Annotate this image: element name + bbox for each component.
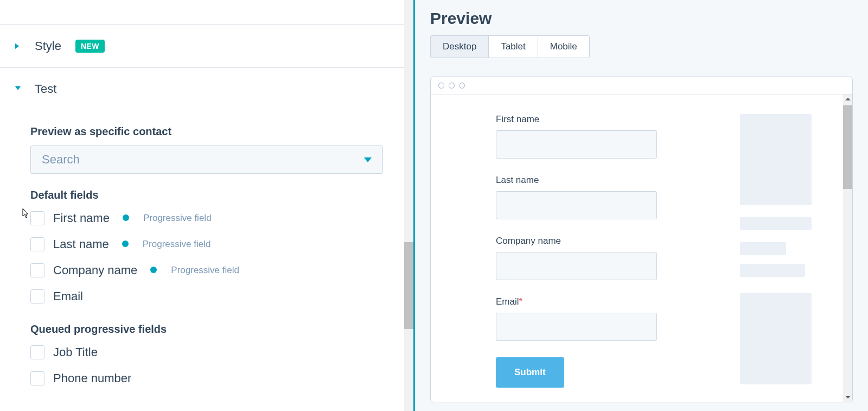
form-area: First name Last name Company name Email*…	[496, 114, 697, 402]
default-fields-heading: Default fields	[30, 189, 383, 201]
checkbox-last-name[interactable]	[30, 237, 44, 251]
search-placeholder-text: Search	[42, 153, 80, 167]
progressive-dot-icon	[123, 214, 129, 221]
progressive-dot-icon	[150, 267, 157, 273]
input-company-name[interactable]	[496, 252, 657, 280]
dropdown-caret-icon	[364, 157, 372, 162]
chevron-down-icon	[15, 86, 21, 92]
field-label: Phone number	[53, 371, 133, 385]
form-label-email: Email*	[496, 296, 697, 307]
tab-tablet[interactable]: Tablet	[488, 35, 538, 58]
placeholder-line	[740, 217, 812, 230]
test-content: Preview as specific contact Search Defau…	[0, 125, 413, 407]
progressive-dot-icon	[122, 241, 129, 247]
placeholder-line	[740, 242, 786, 255]
browser-dot-icon	[449, 83, 455, 88]
field-label: First name	[53, 211, 112, 225]
test-label: Test	[35, 82, 56, 96]
tab-mobile[interactable]: Mobile	[538, 35, 590, 58]
field-row-company-name: Company name Progressive field	[30, 263, 383, 277]
field-label: Job Title	[53, 345, 100, 359]
field-row-phone-number: Phone number	[30, 371, 383, 385]
checkbox-first-name[interactable]	[30, 211, 44, 225]
left-scrollbar-thumb[interactable]	[404, 242, 413, 329]
accordion-divider	[0, 0, 413, 25]
preview-title: Preview	[430, 9, 853, 28]
field-label: Company name	[53, 263, 139, 277]
queued-fields-heading: Queued progressive fields	[30, 323, 383, 336]
form-label-last-name: Last name	[496, 175, 697, 186]
form-label-company-name: Company name	[496, 236, 697, 246]
checkbox-phone-number[interactable]	[30, 371, 44, 385]
new-badge: NEW	[75, 40, 105, 53]
checkbox-company-name[interactable]	[30, 263, 44, 277]
placeholder-line	[740, 264, 805, 277]
browser-frame: First name Last name Company name Email*…	[430, 77, 853, 402]
preview-panel: Preview Desktop Tablet Mobile First name	[413, 0, 868, 411]
form-field-company-name: Company name	[496, 236, 697, 280]
field-label: Email	[53, 289, 85, 303]
accordion-style[interactable]: Style NEW	[0, 25, 413, 68]
placeholder-image	[740, 114, 812, 205]
chevron-right-icon	[15, 43, 21, 49]
content-placeholders	[740, 114, 812, 402]
browser-dot-icon	[459, 83, 465, 88]
style-label: Style	[35, 39, 61, 53]
scroll-up-icon[interactable]	[843, 94, 852, 104]
field-label: Last name	[53, 237, 111, 251]
form-field-last-name: Last name	[496, 175, 697, 219]
browser-dot-icon	[438, 83, 444, 88]
form-label-first-name: First name	[496, 114, 697, 125]
left-scrollbar-track[interactable]	[404, 0, 413, 411]
submit-button[interactable]: Submit	[496, 357, 564, 388]
preview-body: First name Last name Company name Email*…	[431, 94, 852, 402]
scroll-down-icon[interactable]	[843, 393, 852, 402]
progressive-text: Progressive field	[171, 265, 239, 276]
field-row-first-name: First name Progressive field	[30, 211, 383, 225]
input-email[interactable]	[496, 313, 657, 341]
input-first-name[interactable]	[496, 130, 657, 159]
placeholder-image	[740, 293, 812, 384]
accordion-test[interactable]: Test	[0, 68, 413, 110]
progressive-text: Progressive field	[143, 239, 211, 250]
checkbox-job-title[interactable]	[30, 345, 44, 359]
queued-fields-list: Job Title Phone number	[30, 345, 383, 385]
default-fields-list: First name Progressive field Last name P…	[30, 211, 383, 303]
input-last-name[interactable]	[496, 191, 657, 219]
field-row-last-name: Last name Progressive field	[30, 237, 383, 251]
email-label-text: Email	[496, 296, 519, 307]
field-row-email: Email	[30, 289, 383, 303]
progressive-text: Progressive field	[143, 213, 212, 224]
preview-scrollbar-thumb[interactable]	[843, 105, 852, 189]
viewport-tabs: Desktop Tablet Mobile	[430, 35, 853, 58]
checkbox-email[interactable]	[30, 289, 44, 303]
contact-search-dropdown[interactable]: Search	[30, 146, 383, 174]
preview-scrollbar-track[interactable]	[843, 94, 852, 402]
form-field-email: Email*	[496, 296, 697, 341]
preview-contact-heading: Preview as specific contact	[30, 125, 383, 138]
form-field-first-name: First name	[496, 114, 697, 159]
required-star-icon: *	[519, 296, 523, 307]
browser-chrome	[431, 77, 852, 94]
field-row-job-title: Job Title	[30, 345, 383, 359]
tab-desktop[interactable]: Desktop	[430, 35, 489, 58]
settings-panel: Style NEW Test Preview as specific conta…	[0, 0, 413, 411]
